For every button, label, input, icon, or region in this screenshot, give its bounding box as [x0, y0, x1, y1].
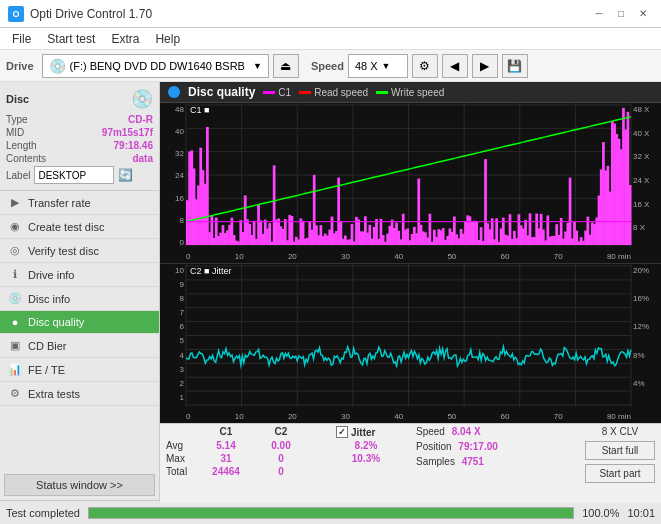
drive-dropdown-arrow: ▼: [253, 61, 262, 71]
c1-y-left: 48 40 32 24 16 8 0: [160, 103, 186, 249]
progress-percent: 100.0%: [582, 507, 619, 519]
total-c1: 24464: [196, 466, 256, 477]
disc-length-value: 79:18.46: [114, 140, 153, 151]
c1-chart-label: C1 ■: [190, 105, 209, 115]
minimize-button[interactable]: ─: [589, 5, 609, 23]
extra-tests-icon: ⚙: [8, 387, 22, 400]
disc-info-icon: 💿: [8, 292, 22, 305]
eject-button[interactable]: ⏏: [273, 54, 299, 78]
label-refresh-icon[interactable]: 🔄: [118, 168, 133, 182]
drive-label: Drive: [6, 60, 34, 72]
menu-help[interactable]: Help: [147, 30, 188, 48]
disc-contents-row: Contents data: [6, 153, 153, 164]
max-c1: 31: [196, 453, 256, 464]
sidebar-item-cd-bier[interactable]: ▣ CD Bier: [0, 334, 159, 358]
verify-test-disc-icon: ◎: [8, 244, 22, 257]
avg-label: Avg: [166, 440, 196, 451]
verify-test-disc-label: Verify test disc: [28, 245, 99, 257]
disc-mid-row: MID 97m15s17f: [6, 127, 153, 138]
menu-start-test[interactable]: Start test: [39, 30, 103, 48]
menu-file[interactable]: File: [4, 30, 39, 48]
sidebar-item-create-test-disc[interactable]: ◉ Create test disc: [0, 215, 159, 239]
sidebar-item-drive-info[interactable]: ℹ Drive info: [0, 263, 159, 287]
stats-max-row: Max 31 0 10.3%: [166, 453, 396, 464]
sidebar-item-transfer-rate[interactable]: ▶ Transfer rate: [0, 191, 159, 215]
close-button[interactable]: ✕: [633, 5, 653, 23]
content-area: Disc quality C1 Read speed Write speed 4: [160, 82, 661, 500]
title-left: O Opti Drive Control 1.70: [8, 6, 152, 22]
legend-read-color: [299, 91, 311, 94]
avg-jitter: 8.2%: [336, 440, 396, 451]
speed-value: 48 X: [355, 60, 378, 72]
sidebar-item-verify-test-disc[interactable]: ◎ Verify test disc: [0, 239, 159, 263]
disc-contents-value: data: [132, 153, 153, 164]
title-bar: O Opti Drive Control 1.70 ─ □ ✕: [0, 0, 661, 28]
chart-title: Disc quality: [188, 85, 255, 99]
speed-label-static: Speed: [416, 426, 445, 437]
settings-button[interactable]: ⚙: [412, 54, 438, 78]
position-label: Position: [416, 441, 452, 452]
legend-write-speed: Write speed: [376, 87, 444, 98]
disc-mid-label: MID: [6, 127, 24, 138]
total-c2: 0: [256, 466, 306, 477]
sidebar-item-disc-info[interactable]: 💿 Disc info: [0, 287, 159, 311]
maximize-button[interactable]: □: [611, 5, 631, 23]
speed-row: Speed 8.04 X: [416, 426, 498, 437]
legend-write-color: [376, 91, 388, 94]
disc-section: Disc 💿 Type CD-R MID 97m15s17f Length 79…: [0, 82, 159, 191]
drive-dropdown[interactable]: 💿 (F:) BENQ DVD DD DW1640 BSRB ▼: [42, 54, 269, 78]
menu-extra[interactable]: Extra: [103, 30, 147, 48]
save-button[interactable]: 💾: [502, 54, 528, 78]
disc-label-row: Label 🔄: [6, 166, 153, 184]
drive-info-icon: ℹ: [8, 268, 22, 281]
transfer-rate-label: Transfer rate: [28, 197, 91, 209]
drive-value: (F:) BENQ DVD DD DW1640 BSRB: [70, 60, 245, 72]
jitter-check: ✓ Jitter: [336, 426, 375, 438]
samples-row: Samples 4751: [416, 456, 498, 467]
sidebar-item-disc-quality[interactable]: ● Disc quality: [0, 311, 159, 334]
status-bar: Test completed 100.0% 10:01: [0, 500, 661, 524]
disc-label-label: Label: [6, 170, 30, 181]
c2-chart: 10 9 8 7 6 5 4 3 2 1 20% 16% 12%: [160, 263, 661, 423]
create-test-disc-icon: ◉: [8, 220, 22, 233]
legend-c1-color: [263, 91, 275, 94]
header-c1: C1: [196, 426, 256, 438]
stats-total-row: Total 24464 0: [166, 466, 396, 477]
sidebar: Disc 💿 Type CD-R MID 97m15s17f Length 79…: [0, 82, 160, 500]
sidebar-item-extra-tests[interactable]: ⚙ Extra tests: [0, 382, 159, 406]
status-window-button[interactable]: Status window >>: [4, 474, 155, 496]
legend-read-speed: Read speed: [299, 87, 368, 98]
disc-quality-icon: ●: [8, 316, 22, 328]
jitter-label: Jitter: [351, 427, 375, 438]
disc-mid-value: 97m15s17f: [102, 127, 153, 138]
stats-headers: C1 C2 ✓ Jitter: [166, 426, 396, 438]
disc-type-value: CD-R: [128, 114, 153, 125]
toolbar: Drive 💿 (F:) BENQ DVD DD DW1640 BSRB ▼ ⏏…: [0, 50, 661, 82]
disc-icon: 💿: [131, 88, 153, 110]
app-icon: O: [8, 6, 24, 22]
c2-x-axis: 0 10 20 30 40 50 60 70 80 min: [186, 409, 631, 423]
start-part-button[interactable]: Start part: [585, 464, 655, 483]
c1-y-right: 48 X 40 X 32 X 24 X 16 X 8 X: [631, 103, 661, 249]
legend-write-label: Write speed: [391, 87, 444, 98]
speed-dropdown[interactable]: 48 X ▼: [348, 54, 408, 78]
next-button[interactable]: ▶: [472, 54, 498, 78]
speed-label: Speed: [311, 60, 344, 72]
disc-info-label: Disc info: [28, 293, 70, 305]
disc-label-input[interactable]: [34, 166, 114, 184]
chart-header: Disc quality C1 Read speed Write speed: [160, 82, 661, 103]
c2-y-right: 20% 16% 12% 8% 4%: [631, 264, 661, 409]
charts-container: 48 40 32 24 16 8 0 48 X 40 X 32 X 24 X 1…: [160, 103, 661, 423]
speed-value: 8.04 X: [452, 426, 481, 437]
speed-position-info: Speed 8.04 X Position 79:17.00 Samples 4…: [416, 426, 498, 467]
avg-c1: 5.14: [196, 440, 256, 451]
position-row: Position 79:17.00: [416, 441, 498, 452]
legend-c1-label: C1: [278, 87, 291, 98]
sidebar-item-fe-te[interactable]: 📊 FE / TE: [0, 358, 159, 382]
max-c2: 0: [256, 453, 306, 464]
stats-left: C1 C2 ✓ Jitter Avg 5.14 0.00 8.2%: [166, 426, 396, 477]
jitter-checkbox[interactable]: ✓: [336, 426, 348, 438]
total-label: Total: [166, 466, 196, 477]
start-full-button[interactable]: Start full: [585, 441, 655, 460]
prev-button[interactable]: ◀: [442, 54, 468, 78]
